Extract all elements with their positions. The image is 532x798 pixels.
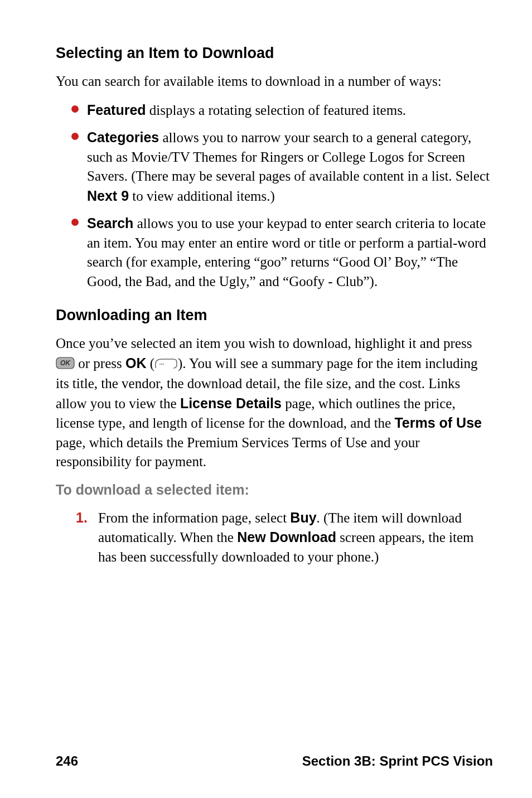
steps-list: 1. From the information page, select Buy… [56, 508, 493, 567]
step1-text-1: From the information page, select [98, 510, 290, 525]
dl-text-6: page, which details the Premium Services… [56, 435, 420, 470]
section-label: Section 3B: Sprint PCS Vision [302, 753, 493, 769]
heading-downloading: Downloading an Item [56, 307, 493, 324]
list-item-categories: Categories allows you to narrow your sea… [71, 128, 493, 206]
ok-key-icon: OK [56, 355, 75, 375]
svg-point-4 [163, 364, 164, 365]
dl-text-2: or press [78, 356, 125, 371]
section-downloading: Downloading an Item Once you’ve selected… [56, 307, 493, 567]
page-footer: 246 Section 3B: Sprint PCS Vision [56, 753, 493, 769]
softkey-icon [154, 355, 178, 375]
page-number: 246 [56, 753, 78, 769]
search-label: Search [87, 215, 133, 231]
instruction-label: To download a selected item: [56, 482, 493, 498]
buy-label: Buy [290, 510, 316, 525]
svg-point-2 [159, 364, 161, 365]
heading-selecting: Selecting an Item to Download [56, 45, 493, 62]
list-item-featured: Featured displays a rotating selection o… [71, 100, 493, 120]
featured-label: Featured [87, 102, 146, 118]
ways-list: Featured displays a rotating selection o… [56, 100, 493, 292]
featured-text: displays a rotating selection of feature… [146, 103, 407, 118]
license-details-label: License Details [180, 395, 282, 411]
intro-para: You can search for available items to do… [56, 72, 493, 91]
section-selecting-item: Selecting an Item to Download You can se… [56, 45, 493, 291]
step-number: 1. [76, 508, 88, 528]
step-1: 1. From the information page, select Buy… [76, 508, 493, 567]
download-para: Once you’ve selected an item you wish to… [56, 334, 493, 472]
categories-text-2: to view additional items.) [129, 188, 275, 204]
ok-label: OK [125, 355, 147, 371]
search-text: allows you to use your keypad to enter s… [87, 216, 486, 289]
categories-label: Categories [87, 129, 159, 145]
svg-point-3 [161, 364, 162, 365]
terms-of-use-label: Terms of Use [394, 415, 482, 431]
next9-label: Next 9 [87, 188, 129, 204]
dl-text-1: Once you’ve selected an item you wish to… [56, 336, 472, 351]
list-item-search: Search allows you to use your keypad to … [71, 214, 493, 291]
svg-text:OK: OK [60, 359, 71, 367]
new-download-label: New Download [237, 529, 336, 545]
dl-text-3: ( [146, 356, 154, 371]
